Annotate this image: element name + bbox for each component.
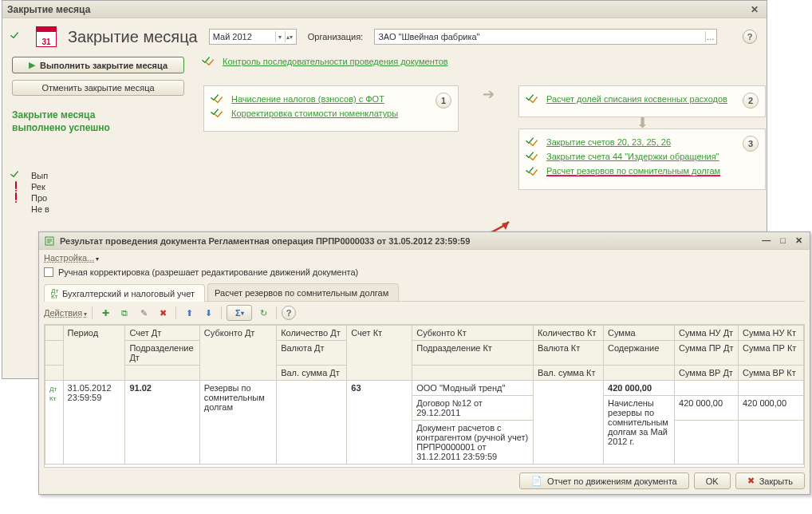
org-combo[interactable]: ЗАО "Швейная фабрика" …	[374, 29, 717, 45]
col-sum[interactable]: Сумма	[604, 326, 675, 341]
toolbar: Действия▾ ✚ ⧉ ✎ ✖ ⬆ ⬇ Σ▾ ↻ ?	[44, 302, 805, 324]
refresh-icon[interactable]: ↻	[255, 305, 271, 321]
calendar-icon: 31	[36, 26, 57, 47]
debit-credit-icon: ДтКт	[49, 386, 57, 402]
cell-empty	[738, 421, 803, 465]
left-panel: ▶ Выполнить закрытие месяца Отменить зак…	[12, 57, 192, 215]
check-icon	[12, 32, 25, 42]
cancel-close-button[interactable]: Отменить закрытие месяца	[12, 80, 184, 96]
check-icon	[212, 109, 225, 118]
col-sub-kt[interactable]: Субконто Кт	[412, 326, 534, 341]
actions-menu[interactable]: Действия▾	[44, 308, 87, 318]
cell-nu-kt-val: 420 000,00	[738, 396, 803, 421]
minimize-icon[interactable]: —	[759, 235, 773, 246]
title-bar[interactable]: Результат проведения документа Регламент…	[39, 232, 810, 250]
cell-acct-dt: 91.02	[125, 381, 199, 465]
edit-icon[interactable]: ✎	[136, 305, 152, 321]
document-icon	[44, 235, 55, 247]
cell-acct-kt: 63	[347, 381, 412, 465]
ok-button[interactable]: OK	[694, 472, 731, 489]
col-pr-dt[interactable]: Сумма ПР Дт	[675, 341, 739, 366]
col-desc[interactable]: Содержание	[604, 341, 675, 366]
chevron-down-icon[interactable]: ▾	[96, 255, 99, 263]
legend-item: Не в	[31, 204, 49, 214]
col-pr-kt[interactable]: Сумма ПР Кт	[738, 341, 803, 366]
cell-nu-dt	[675, 381, 739, 396]
legend-item: Рек	[31, 182, 45, 192]
stage2-link-a[interactable]: Расчет долей списания косвенных расходов	[546, 94, 727, 104]
control-sequence-link[interactable]: Контроль последовательности проведения д…	[223, 57, 448, 66]
cell-sub-dt: Резервы по сомнительным долгам	[199, 381, 276, 465]
col-cursum-kt[interactable]: Вал. сумма Кт	[533, 366, 603, 381]
col-blank	[45, 326, 64, 341]
check-icon	[527, 137, 540, 147]
add-icon[interactable]: ✚	[97, 305, 113, 321]
window-result: Результат проведения документа Регламент…	[38, 231, 810, 495]
cell-period: 31.05.201223:59:59	[63, 381, 125, 465]
header-row: 31 Закрытие месяца Май 2012 ▾ ▴▾ Организ…	[12, 26, 757, 47]
ellipsis-icon[interactable]: …	[705, 31, 715, 42]
stage3-link-a[interactable]: Закрытие счетов 20, 23, 25, 26	[546, 137, 671, 147]
col-qty-kt[interactable]: Количество Кт	[533, 326, 603, 341]
legend-list: Вып Рек Про Не в	[12, 171, 192, 214]
col-period[interactable]: Период	[63, 326, 125, 381]
run-close-button[interactable]: ▶ Выполнить закрытие месяца	[12, 57, 184, 73]
close-icon[interactable]: ✕	[793, 235, 805, 246]
period-combo[interactable]: Май 2012 ▾ ▴▾	[209, 29, 297, 45]
col-nu-dt[interactable]: Сумма НУ Дт	[675, 326, 739, 341]
header-row-2: Подразделение Дт Валюта Дт Подразделение…	[45, 341, 804, 366]
stage3-link-b[interactable]: Закрытие счета 44 "Издержки обращения"	[546, 152, 719, 161]
stage1-link-b[interactable]: Корректировка стоимости номенклатуры	[231, 109, 398, 118]
col-currency-dt[interactable]: Валюта Дт	[277, 341, 347, 366]
check-icon	[12, 171, 25, 180]
cell-sum: 420 000,00	[604, 381, 675, 396]
col-qty-dt[interactable]: Количество Дт	[277, 326, 347, 341]
help-icon[interactable]: ?	[743, 30, 757, 44]
cell-nu-dt-val: 420 000,00	[675, 396, 739, 421]
move-down-icon[interactable]: ⬇	[200, 305, 216, 321]
help-icon[interactable]: ?	[282, 306, 296, 320]
col-currency-kt[interactable]: Валюта Кт	[533, 341, 603, 366]
tab-bar: ДтКт Бухгалтерский и налоговый учет Расч…	[44, 283, 805, 302]
tab-reserves[interactable]: Расчет резервов по сомнительным долгам	[207, 283, 399, 301]
col-division-dt[interactable]: Подразделение Дт	[125, 341, 199, 366]
report-button[interactable]: 📄 Отчет по движениям документа	[519, 472, 689, 489]
close-icon[interactable]: ✕	[747, 4, 762, 15]
tab-accounting[interactable]: ДтКт Бухгалтерский и налоговый учет	[44, 284, 205, 302]
col-acct-dt[interactable]: Счет Дт	[125, 326, 199, 341]
title-bar[interactable]: Закрытие месяца ✕	[2, 1, 767, 18]
manual-edit-checkbox[interactable]	[44, 267, 53, 277]
move-up-icon[interactable]: ⬆	[181, 305, 197, 321]
stage3-link-c[interactable]: Расчет резервов по сомнительным долгам	[546, 166, 720, 176]
flow-area: Контроль последовательности проведения д…	[203, 57, 757, 190]
stage1-link-a[interactable]: Начисление налогов (взносов) с ФОТ	[231, 94, 384, 104]
stage-number: 2	[743, 93, 759, 109]
org-label: Организация:	[308, 32, 363, 42]
grid[interactable]: Период Счет Дт Субконто Дт Количество Дт…	[44, 324, 805, 468]
check-icon	[527, 167, 540, 176]
stage-number: 3	[743, 136, 759, 152]
manual-edit-row: Ручная корректировка (разрешает редактир…	[44, 267, 805, 277]
settings-link[interactable]: Настройка...	[44, 253, 94, 263]
col-vr-kt[interactable]: Сумма ВР Кт	[738, 366, 803, 381]
delete-icon[interactable]: ✖	[155, 305, 171, 321]
chevron-down-icon[interactable]: ▾	[275, 31, 285, 42]
col-division-kt[interactable]: Подразделение Кт	[412, 341, 534, 366]
col-acct-kt[interactable]: Счет Кт	[347, 326, 412, 381]
stage-1: Начисление налогов (взносов) с ФОТ Корре…	[203, 85, 459, 132]
header-row-1: Период Счет Дт Субконто Дт Количество Дт…	[45, 326, 804, 341]
col-vr-dt[interactable]: Сумма ВР Дт	[675, 366, 739, 381]
maximize-icon[interactable]: □	[778, 235, 788, 246]
col-cursum-dt[interactable]: Вал. сумма Дт	[277, 366, 347, 381]
table-row[interactable]: ДтКт 31.05.201223:59:59 91.02 Резервы по…	[45, 381, 804, 396]
col-sub-dt[interactable]: Субконто Дт	[199, 326, 276, 381]
warning-icon	[12, 193, 25, 203]
close-button[interactable]: ✖ Закрыть	[735, 472, 805, 489]
check-icon	[527, 94, 540, 104]
add-copy-icon[interactable]: ⧉	[116, 305, 132, 321]
legend-item: Про	[31, 193, 47, 203]
sum-button[interactable]: Σ▾	[227, 305, 252, 321]
status-text: Закрытие месяца выполнено успешно	[12, 109, 192, 134]
col-nu-kt[interactable]: Сумма НУ Кт	[738, 326, 803, 341]
stepper-icon[interactable]: ▴▾	[285, 31, 294, 42]
